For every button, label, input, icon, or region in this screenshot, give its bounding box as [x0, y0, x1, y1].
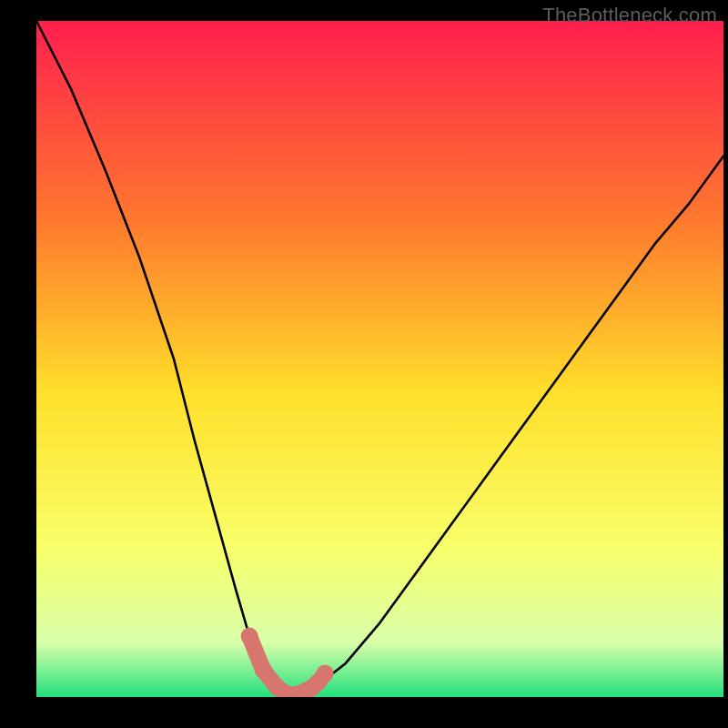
outer-frame: TheBottleneck.com: [0, 0, 728, 728]
gradient-background: [36, 21, 723, 697]
chart-svg: [36, 21, 723, 697]
watermark-text: TheBottleneck.com: [542, 4, 717, 27]
marker-dot: [241, 628, 258, 645]
chart-stage: [36, 21, 723, 697]
marker-dot: [255, 662, 272, 679]
marker-dot: [317, 665, 334, 682]
